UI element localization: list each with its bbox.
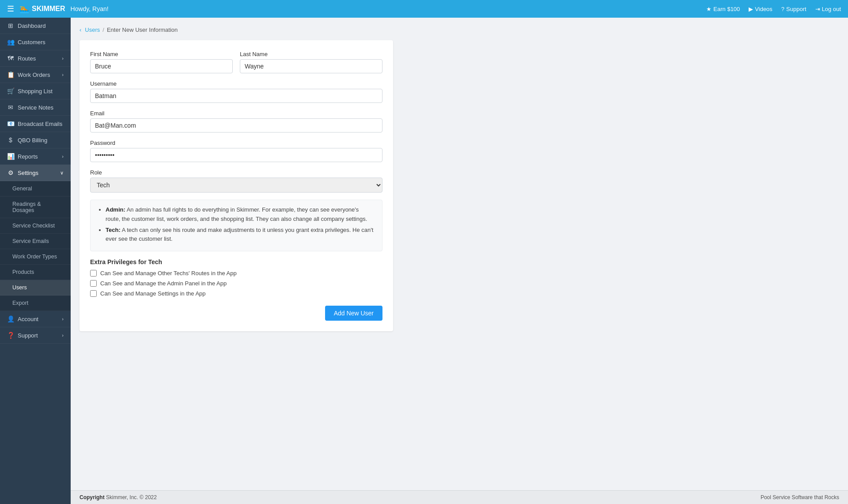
work-order-types-label: Work Order Types — [12, 254, 57, 260]
tech-role-bold: Tech: — [106, 227, 121, 233]
chevron-down-icon-settings: ∨ — [60, 170, 64, 176]
sidebar-item-settings[interactable]: ⚙ Settings ∨ — [0, 165, 71, 181]
chevron-right-icon-sup: › — [62, 333, 64, 338]
sidebar-label-service-notes: Service Notes — [18, 104, 53, 111]
last-name-group: Last Name — [240, 51, 382, 73]
role-select[interactable]: Tech Admin — [90, 178, 382, 193]
service-checklist-label: Service Checklist — [12, 223, 55, 229]
logout-label: Log out — [822, 6, 841, 12]
service-notes-icon: ✉ — [7, 104, 14, 111]
sidebar-label-customers: Customers — [18, 39, 45, 45]
sidebar-item-qbo-billing[interactable]: $ QBO Billing — [0, 132, 71, 148]
breadcrumb-parent-link[interactable]: Users — [85, 27, 100, 33]
sidebar-item-customers[interactable]: 👥 Customers — [0, 34, 71, 50]
topbar-left: ☰ 🏊 SKIMMER Howdy, Ryan! — [7, 4, 109, 14]
privilege-item-3: Can See and Manage Settings in the App — [90, 290, 382, 297]
customers-icon: 👥 — [7, 38, 14, 45]
sidebar-item-readings-dosages[interactable]: Readings & Dosages — [0, 197, 71, 218]
role-group: Role Tech Admin — [90, 169, 382, 193]
service-emails-label: Service Emails — [12, 238, 49, 244]
videos-link[interactable]: ▶ Videos — [749, 6, 772, 12]
username-input[interactable] — [90, 89, 382, 103]
sidebar-item-products[interactable]: Products — [0, 265, 71, 280]
export-label: Export — [12, 300, 28, 306]
footer-copyright-label: Copyright — [80, 494, 105, 500]
sidebar: ⊞ Dashboard 👥 Customers 🗺 Routes › 📋 Wor… — [0, 18, 71, 504]
email-label: Email — [90, 110, 382, 117]
sidebar-item-work-order-types[interactable]: Work Order Types — [0, 249, 71, 265]
sidebar-item-broadcast-emails[interactable]: 📧 Broadcast Emails — [0, 116, 71, 132]
password-label: Password — [90, 140, 382, 146]
password-input[interactable] — [90, 148, 382, 162]
sidebar-item-dashboard[interactable]: ⊞ Dashboard — [0, 18, 71, 34]
privilege-checkbox-3[interactable] — [90, 290, 97, 297]
new-user-form-card: First Name Last Name Username Email — [80, 40, 393, 331]
privilege-checkbox-1[interactable] — [90, 270, 97, 277]
sidebar-label-account: Account — [18, 316, 38, 322]
sidebar-label-routes: Routes — [18, 55, 36, 62]
back-icon: ‹ — [80, 27, 81, 33]
sidebar-label-dashboard: Dashboard — [18, 23, 46, 29]
username-group: Username — [90, 80, 382, 103]
privilege-checkbox-2[interactable] — [90, 280, 97, 287]
email-row: Email — [90, 110, 382, 133]
sidebar-item-general[interactable]: General — [0, 181, 71, 197]
username-row: Username — [90, 80, 382, 103]
logout-link[interactable]: ⇥ Log out — [815, 6, 841, 12]
last-name-input[interactable] — [240, 59, 382, 73]
add-new-user-button[interactable]: Add New User — [325, 306, 382, 321]
dashboard-icon: ⊞ — [7, 22, 14, 29]
email-input[interactable] — [90, 118, 382, 133]
footer-copyright: Copyright Skimmer, Inc. © 2022 — [80, 494, 157, 500]
sidebar-label-qbo: QBO Billing — [18, 137, 47, 144]
settings-icon: ⚙ — [7, 169, 14, 176]
sidebar-item-support[interactable]: ❓ Support › — [0, 327, 71, 344]
privilege-label-2: Can See and Manage the Admin Panel in th… — [100, 280, 227, 287]
sidebar-item-reports[interactable]: 📊 Reports › — [0, 148, 71, 165]
breadcrumb-current: Enter New User Information — [107, 27, 178, 33]
hamburger-menu[interactable]: ☰ — [7, 4, 14, 14]
chevron-right-icon: › — [62, 56, 64, 61]
sidebar-label-shopping-list: Shopping List — [18, 88, 53, 95]
support-link[interactable]: ? Support — [781, 6, 806, 12]
logout-icon: ⇥ — [815, 6, 820, 12]
sidebar-item-service-checklist[interactable]: Service Checklist — [0, 218, 71, 234]
username-label: Username — [90, 80, 382, 87]
admin-role-bold: Admin: — [106, 206, 125, 213]
qbo-icon: $ — [7, 136, 14, 144]
logo-icon: 🏊 — [19, 4, 29, 14]
broadcast-icon: 📧 — [7, 120, 14, 127]
sidebar-label-broadcast-emails: Broadcast Emails — [18, 121, 62, 127]
role-description: Admin: An admin has full rights to do ev… — [90, 200, 382, 251]
topbar-right: ★ Earn $100 ▶ Videos ? Support ⇥ Log out — [706, 6, 841, 12]
logo: 🏊 SKIMMER — [19, 4, 65, 14]
work-orders-icon: 📋 — [7, 71, 14, 78]
sidebar-item-shopping-list[interactable]: 🛒 Shopping List — [0, 83, 71, 99]
first-name-input[interactable] — [90, 59, 233, 73]
admin-role-text: An admin has full rights to do everythin… — [106, 206, 367, 222]
sidebar-item-account[interactable]: 👤 Account › — [0, 311, 71, 327]
sidebar-item-export[interactable]: Export — [0, 296, 71, 311]
privileges-section: Extra Privileges for Tech Can See and Ma… — [90, 258, 382, 297]
sidebar-item-service-notes[interactable]: ✉ Service Notes — [0, 99, 71, 116]
privileges-heading: Extra Privileges for Tech — [90, 258, 382, 265]
main-content: ‹ Users / Enter New User Information Fir… — [71, 18, 848, 490]
tech-role-text: A tech can only see his route and make a… — [106, 227, 373, 243]
sidebar-item-routes[interactable]: 🗺 Routes › — [0, 50, 71, 67]
sidebar-label-work-orders: Work Orders — [18, 72, 50, 78]
sidebar-item-work-orders[interactable]: 📋 Work Orders › — [0, 67, 71, 83]
general-label: General — [12, 186, 32, 192]
sidebar-item-users[interactable]: Users — [0, 280, 71, 296]
earn-link[interactable]: ★ Earn $100 — [706, 6, 740, 12]
sidebar-label-reports: Reports — [18, 153, 38, 160]
earn-label: Earn $100 — [713, 6, 740, 12]
footer: Copyright Skimmer, Inc. © 2022 Pool Serv… — [0, 490, 848, 504]
sidebar-item-service-emails[interactable]: Service Emails — [0, 234, 71, 249]
users-label: Users — [12, 284, 27, 291]
play-icon: ▶ — [749, 6, 753, 12]
role-row: Role Tech Admin — [90, 169, 382, 193]
star-icon: ★ — [706, 6, 712, 12]
logo-text: SKIMMER — [32, 5, 65, 13]
breadcrumb-separator: / — [102, 27, 104, 33]
support-label: Support — [786, 6, 806, 12]
